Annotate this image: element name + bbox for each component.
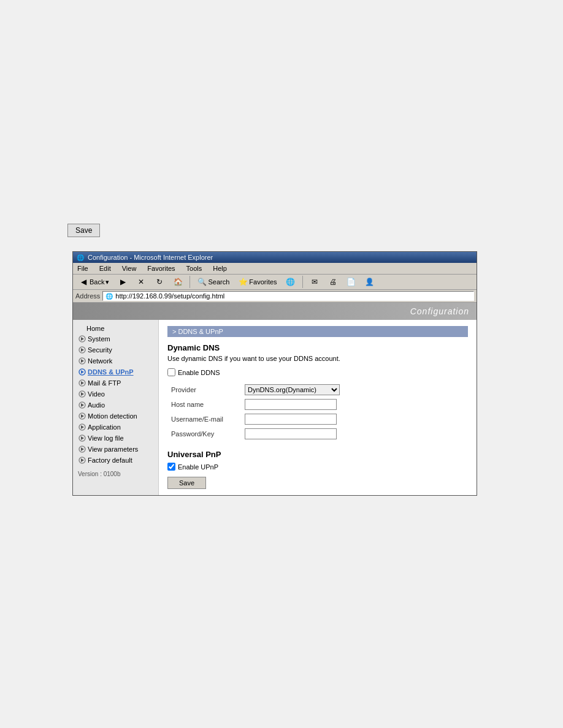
svg-marker-9 [81,381,84,385]
print-button[interactable]: 🖨 [325,276,341,288]
security-label: Security [88,346,112,354]
svg-marker-11 [81,392,84,396]
username-label: Username/E-mail [167,412,241,427]
sidebar-item-ddns[interactable]: DDNS & UPnP [73,366,158,377]
media-button[interactable]: 🌐 [283,276,299,288]
network-label: Network [88,357,112,365]
application-bullet [78,423,86,431]
svg-marker-7 [81,370,84,374]
menu-help[interactable]: Help [211,264,229,273]
edit-icon: 📄 [347,277,356,287]
version-text: Version : 0100b [73,466,158,480]
stop-icon: ✕ [136,277,146,287]
viewparams-label: View parameters [88,446,138,453]
toolbar-sep2 [302,276,303,288]
enable-upnp-row: Enable UPnP [167,463,468,471]
svg-marker-1 [81,337,84,341]
search-button[interactable]: 🔍 Search [194,276,232,288]
address-label: Address [75,292,100,300]
sidebar-item-security[interactable]: Security [73,344,158,355]
discuss-button[interactable]: 👤 [362,276,378,288]
browser-icon: 🌐 [77,254,84,261]
hostname-row: Host name [167,397,468,412]
menu-edit[interactable]: Edit [98,264,113,273]
browser-toolbar: ◀ Back ▾ ▶ ✕ ↻ 🏠 🔍 Search ⭐ [73,275,477,290]
search-icon: 🔍 [197,277,207,287]
address-bar[interactable]: 🌐 http://192.168.0.99/setup/config.html [102,291,474,301]
password-row: Password/Key [167,427,468,441]
security-bullet [78,346,86,354]
back-label: Back [90,278,104,286]
enable-upnp-checkbox[interactable] [167,463,175,471]
enable-upnp-label: Enable UPnP [178,463,218,471]
search-label: Search [208,278,229,286]
sidebar-item-viewlog[interactable]: View log file [73,433,158,444]
sidebar: Home System Security [73,320,159,495]
home-icon: 🏠 [173,277,183,287]
sidebar-item-factory[interactable]: Factory default [73,455,158,466]
network-bullet [78,357,86,365]
forward-icon: ▶ [118,277,128,287]
motion-label: Motion detection [88,412,137,420]
hostname-input[interactable] [245,399,337,410]
menu-favorites[interactable]: Favorites [145,264,177,273]
config-header-title: Configuration [410,306,469,316]
application-label: Application [88,423,121,431]
media-icon: 🌐 [286,277,296,287]
svg-marker-3 [81,348,84,352]
back-icon: ◀ [79,277,88,287]
print-icon: 🖨 [328,277,338,287]
save-button[interactable]: Save [167,477,206,489]
factory-label: Factory default [88,457,132,464]
hostname-label: Host name [167,397,241,412]
mail-button[interactable]: ✉ [307,276,323,288]
motion-bullet [78,412,86,420]
svg-marker-23 [81,458,84,462]
top-save-button[interactable]: Save [67,224,100,237]
audio-label: Audio [88,401,105,409]
sidebar-item-video[interactable]: Video [73,389,158,400]
factory-bullet [78,456,86,464]
sidebar-item-home[interactable]: Home [73,324,158,333]
svg-marker-15 [81,414,84,418]
refresh-button[interactable]: ↻ [151,276,167,288]
enable-ddns-checkbox[interactable] [167,368,175,376]
viewlog-label: View log file [88,434,124,442]
sidebar-item-application[interactable]: Application [73,422,158,433]
svg-marker-21 [81,447,84,451]
mailftp-label: Mail & FTP [88,379,121,387]
home-button[interactable]: 🏠 [170,276,186,288]
edit-button[interactable]: 📄 [343,276,359,288]
sidebar-item-viewparams[interactable]: View parameters [73,444,158,455]
back-button[interactable]: ◀ Back ▾ [75,276,112,288]
username-input[interactable] [245,414,337,425]
dns-subtitle: Use dynamic DNS if you want to use your … [167,355,468,362]
password-label: Password/Key [167,427,241,441]
home-label: Home [86,325,104,332]
menu-tools[interactable]: Tools [185,264,204,273]
provider-select[interactable]: DynDNS.org(Dynamic) DynDNS.org(Static) T… [245,384,340,395]
video-label: Video [88,390,105,398]
menu-view[interactable]: View [120,264,139,273]
toolbar-sep1 [190,276,190,288]
favorites-button[interactable]: ⭐ Favorites [235,276,280,288]
config-header: Configuration [73,303,477,320]
system-label: System [88,335,110,343]
menu-file[interactable]: File [75,264,90,273]
stop-button[interactable]: ✕ [133,276,149,288]
svg-marker-19 [81,436,84,440]
svg-marker-13 [81,403,84,407]
sidebar-item-mailftp[interactable]: Mail & FTP [73,377,158,389]
sidebar-item-system[interactable]: System [73,333,158,344]
page-icon: 🌐 [105,293,113,300]
forward-button[interactable]: ▶ [115,276,131,288]
sidebar-item-audio[interactable]: Audio [73,400,158,411]
favorites-label: Favorites [249,278,277,286]
sidebar-item-motion[interactable]: Motion detection [73,411,158,422]
browser-titlebar: 🌐 Configuration - Microsoft Internet Exp… [73,252,477,263]
enable-ddns-row: Enable DDNS [167,368,468,376]
sidebar-item-network[interactable]: Network [73,355,158,366]
password-input[interactable] [245,428,337,439]
discuss-icon: 👤 [365,277,375,287]
browser-addressbar: Address 🌐 http://192.168.0.99/setup/conf… [73,290,477,303]
